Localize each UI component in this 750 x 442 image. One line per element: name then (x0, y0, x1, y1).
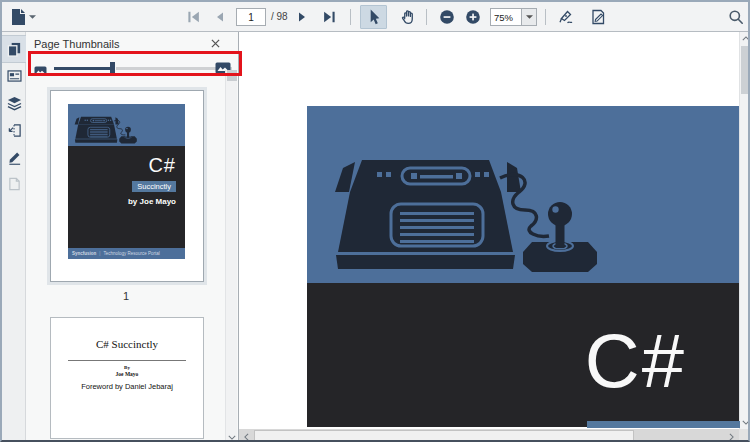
scrollbar-corner (739, 429, 750, 442)
panel-title: Page Thumbnails (34, 38, 119, 50)
title-page-heading: C# Succinctly (51, 338, 203, 350)
publisher-tagline: Technology Resource Portal (103, 251, 159, 256)
zoom-level-input[interactable] (490, 8, 522, 26)
navigation-pane-strip (2, 32, 26, 442)
document-view: C# (239, 32, 750, 442)
chevron-down-icon (228, 435, 236, 440)
separator (350, 9, 351, 25)
caret-down-icon (29, 15, 36, 19)
ink-annotation-button[interactable] (554, 5, 578, 29)
chevron-left-icon (244, 433, 249, 441)
scrollbar-thumb[interactable] (227, 70, 237, 81)
horizontal-scrollbar[interactable] (239, 429, 739, 442)
cover-footer: Syncfusion | Technology Resource Portal (68, 248, 185, 259)
title-page-foreword: Foreword by Daniel Jebaraj (51, 382, 203, 391)
close-icon (211, 39, 220, 48)
last-page-button[interactable] (319, 5, 337, 29)
attachments-icon (7, 123, 22, 138)
scrollbar-thumb[interactable] (254, 430, 634, 442)
footer-divider: | (99, 251, 100, 256)
toolbar: / 98 (2, 2, 748, 32)
cover-author: by Joe Mayo (68, 192, 185, 206)
separator (545, 9, 546, 25)
thumbnail-panel-scrollbar[interactable] (225, 70, 237, 442)
note-annotation-button[interactable] (586, 5, 610, 29)
scroll-down-button[interactable] (740, 416, 750, 429)
caret-down-icon (526, 15, 533, 19)
cover-illustration-area (68, 104, 185, 146)
thumbnails-icon (7, 42, 22, 57)
sidebar-item-signature[interactable] (2, 171, 26, 197)
pdf-viewer-window: / 98 (0, 0, 750, 442)
publisher-name: Syncfusion (72, 251, 96, 256)
page-illustration-area (307, 106, 740, 283)
pan-tool-button[interactable] (396, 5, 420, 29)
sidebar-item-attachments[interactable] (2, 117, 26, 143)
thumbnail-page-1-label: 1 (26, 290, 226, 302)
bookmarks-icon (7, 70, 22, 82)
previous-page-button[interactable] (213, 5, 227, 29)
select-tool-button[interactable] (360, 5, 387, 29)
zoom-dropdown-button[interactable] (522, 8, 537, 26)
first-page-icon (187, 10, 202, 24)
scroll-down-button[interactable] (226, 431, 237, 442)
page-pencil-icon (590, 9, 606, 25)
chevron-down-icon (742, 420, 750, 425)
page-cover-title: C# (585, 323, 686, 399)
first-page-button[interactable] (185, 5, 203, 29)
next-page-button[interactable] (295, 5, 309, 29)
page-number-input[interactable] (236, 8, 266, 26)
cover-thumbnail: C# Succinctly by Joe Mayo Syncfusion | T… (68, 104, 185, 259)
pencil-icon (7, 150, 22, 165)
title-page-by: By (51, 365, 203, 370)
scroll-up-button[interactable] (740, 32, 750, 45)
last-page-icon (321, 10, 336, 24)
console-joystick-illustration (307, 106, 740, 283)
hand-icon (401, 9, 416, 25)
search-button[interactable] (724, 5, 748, 29)
scroll-right-button[interactable] (724, 429, 739, 442)
page-thumbnails-panel: Page Thumbnails C# Succi (26, 32, 239, 442)
sidebar-item-page-thumbnails[interactable] (2, 36, 26, 62)
minus-circle-icon (439, 9, 455, 25)
page-count-label: / 98 (271, 11, 288, 22)
page-icon-disabled (8, 177, 21, 191)
slider-track-filled[interactable] (54, 67, 111, 70)
thumbnail-page-2[interactable]: C# Succinctly By Joe Mayo Foreword by Da… (50, 317, 204, 439)
search-icon (728, 9, 744, 25)
cover-dark-area: C# Succinctly by Joe Mayo (68, 146, 185, 248)
separator (426, 9, 427, 25)
vertical-scrollbar[interactable] (739, 32, 750, 429)
thumbnail-page-1[interactable]: C# Succinctly by Joe Mayo Syncfusion | T… (50, 90, 204, 282)
zoom-in-button[interactable] (462, 5, 484, 29)
document-icon (11, 9, 25, 25)
cover-series-badge: Succinctly (132, 181, 176, 192)
series-badge-strip (587, 421, 740, 428)
cursor-arrow-icon (366, 9, 381, 26)
chevron-up-icon (742, 36, 750, 41)
scrollbar-thumb[interactable] (741, 46, 750, 94)
console-joystick-illustration (68, 104, 185, 146)
sidebar-item-layers[interactable] (2, 90, 26, 116)
sidebar-item-annotations[interactable] (2, 144, 26, 170)
sidebar-item-bookmarks[interactable] (2, 63, 26, 89)
pen-squiggle-icon (558, 9, 575, 25)
scroll-left-button[interactable] (239, 429, 254, 442)
thumbnail-size-slider-row (26, 54, 239, 80)
chevron-right-icon (729, 433, 734, 441)
title-rule (68, 360, 186, 361)
cover-title: C# (68, 146, 185, 177)
slider-handle[interactable] (110, 62, 115, 75)
page-dark-area: C# (307, 283, 740, 427)
plus-circle-icon (465, 9, 481, 25)
layers-icon (7, 96, 22, 111)
zoom-out-button[interactable] (436, 5, 458, 29)
small-thumbnail-icon (34, 62, 47, 80)
panel-close-button[interactable] (208, 36, 222, 50)
previous-page-icon (214, 10, 226, 24)
next-page-icon (296, 10, 308, 24)
open-document-button[interactable] (8, 5, 38, 29)
title-page-author: Joe Mayo (51, 371, 203, 377)
